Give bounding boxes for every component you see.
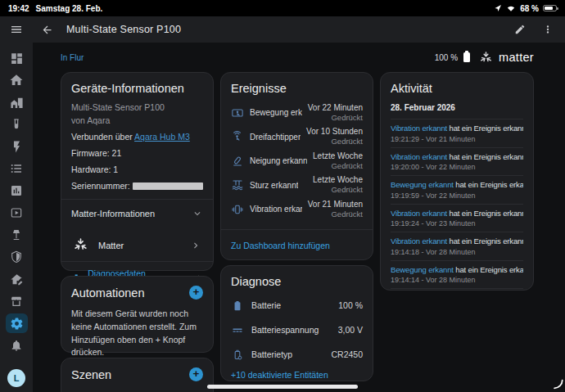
battery-percent: 68 %: [520, 4, 539, 13]
add-automation-button[interactable]: +: [189, 286, 203, 300]
sidebar-item-settings[interactable]: [6, 313, 28, 333]
activity-entry[interactable]: Vibration erkannt hat ein Ereignis erkan…: [391, 119, 523, 147]
status-date: Samstag 28. Feb.: [36, 4, 103, 13]
activity-entry[interactable]: Vibration erkannt hat ein Ereignis erkan…: [391, 232, 523, 260]
sidebar-item-home[interactable]: [6, 70, 28, 90]
sidebar-item-security[interactable]: [6, 247, 28, 267]
activity-entry[interactable]: Vibration erkannt hat ein Ereignis erkan…: [391, 147, 523, 176]
activity-entity-link[interactable]: Vibration erkannt: [391, 237, 447, 246]
sidebar-item-dashboard[interactable]: [6, 48, 28, 68]
add-to-dashboard-link[interactable]: Zu Dashboard hinzufügen: [231, 241, 330, 250]
activity-entity-link[interactable]: Vibration erkannt: [391, 209, 447, 218]
activity-date-header: 28. Februar 2026: [391, 103, 523, 119]
sidebar-item-hacs[interactable]: [6, 291, 28, 311]
scenes-card: Szenen +: [61, 358, 214, 392]
battery-type-icon: [231, 349, 244, 361]
event-row-fall[interactable]: Sturz erkannt Letzte WocheGedrückt: [231, 173, 363, 198]
gesture-triple-tap-icon: [231, 130, 244, 143]
kebab-icon: [542, 24, 554, 35]
activity-entity-link[interactable]: Vibration erkannt: [391, 152, 447, 161]
activity-card: Aktivität 28. Februar 2026 Vibration erk…: [380, 72, 534, 291]
event-row-vibration[interactable]: Vibration erkannt Vor 21 MinutenGedrückt: [231, 197, 363, 222]
edit-button[interactable]: [514, 24, 526, 35]
sidebar-item-logbook[interactable]: [6, 159, 28, 178]
clock: 19:42: [8, 4, 29, 13]
sidebar: L: [0, 43, 33, 392]
fall-icon: [231, 178, 244, 191]
home-edit-icon: [10, 273, 24, 286]
gesture-tap-button-icon: [231, 106, 244, 119]
disabled-entities-link[interactable]: +10 deaktivierte Entitäten: [231, 370, 328, 380]
test-tube-icon: [10, 118, 23, 131]
wifi-icon: [506, 3, 516, 13]
device-manufacturer: von Aqara: [71, 115, 203, 125]
automations-card: Automationen + Mit diesem Gerät wurden n…: [61, 276, 214, 353]
matter-information-expander[interactable]: Matter-Informationen: [71, 208, 203, 219]
pencil-icon: [514, 24, 526, 35]
activity-entity-link[interactable]: Vibration erkannt: [391, 124, 447, 133]
bell-icon: [10, 339, 23, 352]
media-play-box-icon: [10, 206, 23, 219]
overflow-menu-button[interactable]: [542, 24, 554, 35]
automations-title: Automationen: [71, 286, 144, 300]
diag-row-battery-type[interactable]: Batterietyp CR2450: [231, 342, 363, 367]
sidebar-item-history[interactable]: [6, 181, 28, 201]
device-battery-percent: 100 %: [435, 53, 458, 62]
user-avatar[interactable]: L: [7, 369, 25, 387]
serial-redaction: [133, 182, 203, 190]
location-arrow-icon: [494, 4, 502, 12]
activity-entity-link[interactable]: Bewegung erkannt: [391, 180, 454, 189]
activity-entry[interactable]: Bewegung erkannt hat ein Ereignis erkann…: [391, 260, 523, 289]
activity-title: Aktivität: [391, 82, 523, 95]
diag-row-voltage[interactable]: Batteriespannung 3,00 V: [231, 318, 363, 342]
device-connected-via: Verbunden über Aqara Hub M3: [71, 132, 203, 142]
device-model: Multi-State Sensor P100: [71, 102, 203, 112]
sidebar-item-lab[interactable]: [6, 115, 28, 134]
matter-icon: [73, 237, 88, 253]
sidebar-item-areas[interactable]: [6, 92, 28, 112]
matter-row[interactable]: Matter: [71, 231, 203, 261]
home-city-icon: [10, 96, 24, 110]
events-title: Ereignisse: [221, 82, 373, 95]
back-button[interactable]: [41, 24, 53, 36]
sidebar-item-furniture[interactable]: [6, 225, 28, 245]
diagnostics-title: Diagnose: [231, 275, 363, 288]
automations-empty-text: Mit diesem Gerät wurden noch keine Autom…: [71, 308, 203, 359]
events-card: Ereignisse Bewegung erkannt Vor 22 Minut…: [220, 72, 373, 260]
battery-full-icon: [231, 300, 244, 312]
breadcrumb: In Flur 100 % matter: [33, 43, 565, 72]
diagnostics-card: Diagnose Batterie 100 % Batteriespannung…: [220, 265, 373, 381]
sidebar-item-energy[interactable]: [6, 137, 28, 156]
page-title: Multi-State Sensor P100: [66, 24, 181, 35]
add-scene-button[interactable]: +: [189, 367, 203, 381]
device-firmware: Firmware: 21: [71, 148, 203, 158]
event-row-triple-tap[interactable]: Dreifachtippen erk... Vor 10 StundenGedr…: [231, 125, 363, 150]
event-row-tilt[interactable]: Neigung erkannt Letzte WocheGedrückt: [231, 149, 363, 173]
screen: 19:42 Samstag 28. Feb. 68 % Multi-State …: [0, 0, 565, 392]
activity-entry[interactable]: Bewegung erkannt hat ein Ereignis erkann…: [391, 175, 523, 204]
corner-swoosh-icon: [552, 378, 563, 390]
device-info-title: Geräte-Informationen: [71, 82, 203, 95]
battery-icon: [543, 5, 557, 12]
device-serial: Seriennummer:: [71, 181, 203, 191]
floor-lamp-icon: [10, 228, 23, 241]
activity-entity-link[interactable]: Bewegung erkannt: [391, 265, 454, 274]
menu-button[interactable]: [0, 23, 33, 36]
tilt-icon: [231, 155, 244, 168]
sidebar-item-media[interactable]: [6, 203, 28, 223]
content: In Flur 100 % matter Geräte-Informatione…: [33, 43, 565, 392]
battery-voltage-icon: [231, 324, 244, 336]
app-header: Multi-State Sensor P100: [0, 16, 565, 43]
hub-link[interactable]: Aqara Hub M3: [134, 132, 190, 142]
home-indicator[interactable]: [207, 385, 358, 389]
vibrate-icon: [231, 203, 244, 216]
settings-gear-icon: [10, 317, 24, 331]
sidebar-item-home-edit[interactable]: [6, 269, 28, 289]
shield-half-icon: [10, 250, 23, 264]
activity-entry[interactable]: Vibration erkannt hat ein Ereignis erkan…: [391, 204, 523, 232]
breadcrumb-area-link[interactable]: In Flur: [61, 53, 84, 62]
event-row-motion[interactable]: Bewegung erkannt Vor 22 MinutenGedrückt: [231, 101, 363, 125]
scenes-title: Szenen: [71, 368, 111, 381]
diag-row-battery[interactable]: Batterie 100 %: [231, 293, 363, 318]
sidebar-item-notifications[interactable]: [6, 336, 28, 355]
